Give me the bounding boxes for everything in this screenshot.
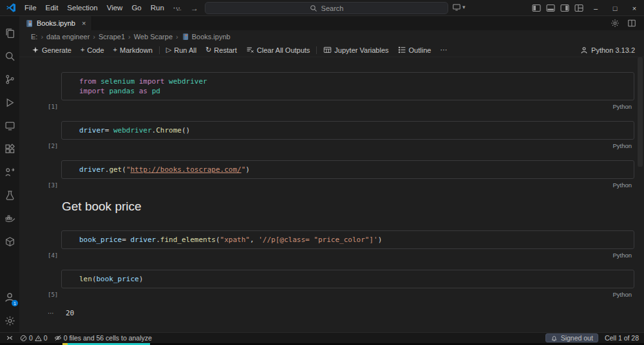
- cell-language-label[interactable]: Python: [612, 182, 632, 189]
- notebook-code-cell[interactable]: [4]book_price= driver.find_elements("xpa…: [61, 230, 634, 249]
- activity-docker[interactable]: [0, 207, 19, 230]
- notebook-code-cell[interactable]: [2]driver= webdriver.Chrome()Python: [61, 121, 634, 140]
- menu-view[interactable]: View: [102, 4, 128, 12]
- code-editor-area[interactable]: book_price= driver.find_elements("xpath"…: [61, 230, 634, 249]
- minimize-button[interactable]: –: [586, 0, 605, 16]
- notebook-code-cell[interactable]: [5]len(book_price)Python: [61, 270, 634, 288]
- window-switcher-button[interactable]: ▾: [452, 3, 466, 12]
- activity-package-explorer[interactable]: [0, 230, 19, 253]
- cell-language-label[interactable]: Python: [612, 291, 632, 298]
- git-branch-icon: [5, 74, 15, 85]
- menu-run[interactable]: Run: [146, 4, 169, 12]
- notebook-toolbar: Generate + Code + Markdown ▷ Run All ↻: [19, 43, 644, 57]
- problems-indicator[interactable]: 0 0: [17, 333, 51, 343]
- caret-down-icon: ▾: [462, 4, 466, 10]
- outline-list-icon: [398, 46, 406, 54]
- vscode-window: File Edit Selection View Go Run ⋯ ← → Se…: [0, 0, 644, 345]
- activity-search[interactable]: [0, 44, 19, 68]
- maximize-button[interactable]: □: [605, 0, 625, 16]
- run-all-button[interactable]: ▷ Run All: [162, 46, 201, 54]
- forward-button[interactable]: →: [191, 4, 198, 13]
- breadcrumb-folder-3[interactable]: Web Scarpe: [134, 33, 173, 41]
- activity-source-control[interactable]: [0, 68, 19, 91]
- code-editor-area[interactable]: from selenium import webdriverimport pan…: [61, 72, 634, 100]
- toggle-primary-sidebar-button[interactable]: [529, 0, 544, 16]
- notebook-code-cell[interactable]: [3]driver.get("http://books.toscrape.com…: [61, 160, 634, 179]
- remote-indicator[interactable]: [3, 333, 17, 343]
- activity-live-share[interactable]: [0, 160, 19, 183]
- activity-extensions[interactable]: [0, 137, 19, 160]
- breadcrumb-file[interactable]: Books.ipynb: [182, 33, 231, 41]
- sparkle-icon: [32, 46, 39, 54]
- notebook-code-cell[interactable]: [1]from selenium import webdriverimport …: [61, 72, 634, 100]
- toggle-secondary-sidebar-button[interactable]: [558, 0, 572, 16]
- signed-out-status[interactable]: Signed out: [545, 333, 598, 342]
- toolbar-divider: [316, 46, 317, 54]
- back-button[interactable]: ←: [175, 4, 183, 13]
- activity-explorer[interactable]: [0, 21, 19, 44]
- chevron-right-icon: ›: [41, 33, 43, 41]
- outline-button[interactable]: Outline: [393, 46, 436, 54]
- cell-language-label[interactable]: Python: [612, 103, 632, 110]
- markdown-heading[interactable]: Get book price: [62, 200, 634, 214]
- execution-count-label: [5]: [48, 292, 58, 298]
- generate-button[interactable]: Generate: [27, 46, 76, 54]
- toolbar-more-button[interactable]: ⋯: [435, 46, 451, 53]
- add-markdown-cell-button[interactable]: + Markdown: [109, 46, 157, 54]
- remote-icon: [6, 334, 14, 342]
- restart-kernel-button[interactable]: ↻ Restart: [201, 46, 242, 54]
- play-icon: ▷: [166, 46, 171, 53]
- search-label: Search: [321, 5, 344, 12]
- cell-position-indicator[interactable]: Cell 1 of 28: [605, 334, 639, 342]
- error-count: 0: [29, 334, 33, 342]
- output-collapse-toggle[interactable]: ⋯: [48, 310, 59, 317]
- chevron-right-icon: ›: [176, 33, 178, 41]
- settings-button[interactable]: [0, 309, 19, 332]
- tab-close-icon[interactable]: ×: [82, 19, 86, 27]
- breadcrumb-folder-1[interactable]: data engineer: [46, 33, 90, 41]
- toggle-panel-button[interactable]: [544, 0, 558, 16]
- clear-all-outputs-button[interactable]: Clear All Outputs: [242, 46, 315, 54]
- activity-testing[interactable]: [0, 183, 19, 207]
- search-icon: [5, 51, 15, 62]
- bell-icon: [551, 335, 558, 342]
- cell-language-label[interactable]: Python: [612, 252, 632, 259]
- activity-remote-explorer[interactable]: [0, 114, 19, 137]
- command-center-search[interactable]: Search: [205, 2, 448, 14]
- menu-file[interactable]: File: [20, 4, 41, 12]
- kernel-picker[interactable]: Python 3.13.2: [580, 46, 635, 54]
- warning-icon: [35, 335, 42, 342]
- plus-icon: +: [113, 46, 117, 53]
- tab-books-ipynb[interactable]: Books.ipynb ×: [19, 16, 92, 30]
- code-editor-area[interactable]: driver.get("http://books.toscrape.com/"): [61, 160, 634, 179]
- history-nav: ← →: [175, 0, 198, 16]
- code-editor-area[interactable]: driver= webdriver.Chrome(): [61, 121, 634, 140]
- close-window-button[interactable]: ×: [625, 0, 644, 16]
- run-debug-icon: [5, 97, 15, 108]
- add-code-cell-button[interactable]: + Code: [76, 46, 109, 54]
- menu-selection[interactable]: Selection: [62, 4, 102, 12]
- scrollbar-thumb[interactable]: [638, 57, 643, 167]
- activity-run-and-debug[interactable]: [0, 91, 19, 114]
- accounts-button[interactable]: 1: [0, 286, 19, 309]
- notebook-cells: [1]from selenium import webdriverimport …: [61, 72, 634, 317]
- customize-layout-button[interactable]: [572, 0, 586, 16]
- analysis-status[interactable]: 0 files and 56 cells to analyze: [51, 333, 155, 343]
- breadcrumb-folder-2[interactable]: Scrape1: [99, 33, 125, 41]
- monitor-icon: [452, 3, 461, 12]
- menu-edit[interactable]: Edit: [41, 4, 63, 12]
- breadcrumb-drive[interactable]: E:: [31, 33, 37, 41]
- cell-output: ⋯20: [48, 309, 634, 317]
- code-editor-area[interactable]: len(book_price): [61, 270, 634, 288]
- jupyter-variables-button[interactable]: Jupyter Variables: [319, 46, 393, 54]
- menu-go[interactable]: Go: [127, 4, 146, 12]
- toolbar-divider: [159, 46, 160, 54]
- split-editor-icon[interactable]: [627, 19, 636, 28]
- execution-count-label: [4]: [48, 252, 58, 259]
- plus-icon: +: [80, 46, 84, 53]
- menu-bar: File Edit Selection View Go Run ⋯: [20, 3, 185, 12]
- cell-language-label[interactable]: Python: [612, 142, 632, 149]
- error-icon: [20, 335, 27, 342]
- configure-gear-icon[interactable]: [611, 19, 620, 28]
- ellipsis-icon: ⋯: [440, 46, 447, 53]
